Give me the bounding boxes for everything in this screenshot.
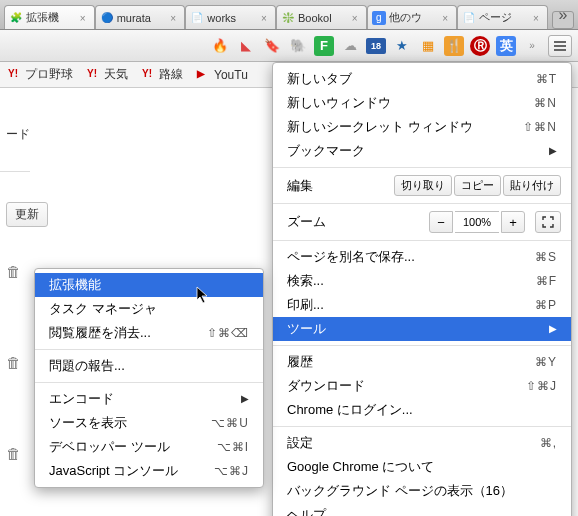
menu-button[interactable] <box>548 35 572 57</box>
menu-label: Chrome にログイン... <box>287 401 413 419</box>
zoom-in-button[interactable]: + <box>501 211 525 233</box>
menu-new-tab[interactable]: 新しいタブ⌘T <box>273 67 571 91</box>
menu-label: Google Chrome について <box>287 458 434 476</box>
submenu-js-console[interactable]: JavaScript コンソール⌥⌘J <box>35 459 263 483</box>
menu-save-as[interactable]: ページを別名で保存...⌘S <box>273 245 571 269</box>
bookmark-icon[interactable]: 🔖 <box>262 36 282 56</box>
zoom-out-button[interactable]: − <box>429 211 453 233</box>
separator <box>273 426 571 427</box>
bookmark-baseball[interactable]: Y!プロ野球 <box>8 66 73 83</box>
shortcut: ⌥⌘U <box>211 414 249 432</box>
evernote-icon[interactable]: 🐘 <box>288 36 308 56</box>
separator <box>273 240 571 241</box>
close-icon[interactable]: × <box>170 13 180 23</box>
shortcut: ⇧⌘⌫ <box>207 324 249 342</box>
menu-bookmarks[interactable]: ブックマーク▶ <box>273 139 571 163</box>
submenu-dev-tools[interactable]: デベロッパー ツール⌥⌘I <box>35 435 263 459</box>
copy-button[interactable]: コピー <box>454 175 501 196</box>
tab-works[interactable]: 📄 works × <box>185 5 276 29</box>
menu-label: ヘルプ <box>287 506 326 516</box>
shortcut: ⌥⌘J <box>214 462 249 480</box>
menu-label: ツール <box>287 320 326 338</box>
submenu-clear-browsing[interactable]: 閲覧履歴を消去...⇧⌘⌫ <box>35 321 263 345</box>
menu-print[interactable]: 印刷...⌘P <box>273 293 571 317</box>
menu-settings[interactable]: 設定⌘, <box>273 431 571 455</box>
menu-label: 拡張機能 <box>49 276 101 294</box>
calendar-icon[interactable]: 18 <box>366 38 386 54</box>
feedly-icon[interactable]: F <box>314 36 334 56</box>
bookmark-youtube[interactable]: ▶YouTu <box>197 68 248 82</box>
tab-page[interactable]: 📄 ページ × <box>457 5 548 29</box>
separator <box>273 167 571 168</box>
menu-label: 編集 <box>287 177 313 195</box>
menu-new-window[interactable]: 新しいウィンドウ⌘N <box>273 91 571 115</box>
bookmark-label: プロ野球 <box>25 66 73 83</box>
menu-label: バックグラウンド ページの表示（16） <box>287 482 513 500</box>
menu-label: ブックマーク <box>287 142 365 160</box>
trash-icon[interactable]: 🗑 <box>6 263 21 280</box>
cursor-icon <box>196 286 210 307</box>
close-icon[interactable]: × <box>442 13 452 23</box>
bookmark-label: 路線 <box>159 66 183 83</box>
cut-button[interactable]: 切り取り <box>394 175 452 196</box>
tools-submenu: 拡張機能 タスク マネージャ 閲覧履歴を消去...⇧⌘⌫ 問題の報告... エン… <box>34 268 264 488</box>
rakuten-icon[interactable]: Ⓡ <box>470 36 490 56</box>
menu-bg-pages[interactable]: バックグラウンド ページの表示（16） <box>273 479 571 503</box>
close-icon[interactable]: × <box>80 13 90 23</box>
tab-title: 他のウ <box>389 10 441 25</box>
submenu-task-manager[interactable]: タスク マネージャ <box>35 297 263 321</box>
menu-tools[interactable]: ツール▶ <box>273 317 571 341</box>
bookmark-transit[interactable]: Y!路線 <box>142 66 183 83</box>
menu-find[interactable]: 検索...⌘F <box>273 269 571 293</box>
close-icon[interactable]: × <box>533 13 543 23</box>
tab-murata[interactable]: 🔵 murata × <box>95 5 186 29</box>
submenu-encoding[interactable]: エンコード▶ <box>35 387 263 411</box>
flame-icon[interactable]: 🔥 <box>210 36 230 56</box>
trash-icon[interactable]: 🗑 <box>6 354 21 371</box>
menu-history[interactable]: 履歴⌘Y <box>273 350 571 374</box>
orange-icon[interactable]: ▦ <box>418 36 438 56</box>
close-icon[interactable]: × <box>261 13 271 23</box>
fullscreen-button[interactable] <box>535 211 561 233</box>
puzzle-icon: 🧩 <box>9 11 23 25</box>
menu-help[interactable]: ヘルプ <box>273 503 571 516</box>
tab-title: 拡張機 <box>26 10 78 25</box>
chevron-right-icon[interactable]: » <box>522 36 542 56</box>
youtube-icon: ▶ <box>197 68 211 82</box>
update-button[interactable]: 更新 <box>6 202 48 227</box>
menu-label: 履歴 <box>287 353 313 371</box>
trash-icon[interactable]: 🗑 <box>6 445 21 462</box>
tab-google[interactable]: g 他のウ × <box>367 5 458 29</box>
menu-label: ページを別名で保存... <box>287 248 415 266</box>
yahoo-icon: Y! <box>87 68 101 82</box>
menu-about[interactable]: Google Chrome について <box>273 455 571 479</box>
shortcut: ⌘, <box>540 434 557 452</box>
paste-button[interactable]: 貼り付け <box>503 175 561 196</box>
page-icon: 📄 <box>462 11 476 25</box>
pocket-icon[interactable]: ◣ <box>236 36 256 56</box>
submenu-view-source[interactable]: ソースを表示⌥⌘U <box>35 411 263 435</box>
tabelog-icon[interactable]: 🍴 <box>444 36 464 56</box>
window-overflow-icon[interactable]: » <box>554 6 572 24</box>
yahoo-icon: Y! <box>142 68 156 82</box>
shortcut: ⌘Y <box>535 353 557 371</box>
close-icon[interactable]: × <box>352 13 362 23</box>
extension-toolbar: 🔥 ◣ 🔖 🐘 F ☁ 18 ★ ▦ 🍴 Ⓡ 英 » <box>0 30 578 62</box>
tab-extensions[interactable]: 🧩 拡張機 × <box>4 5 95 29</box>
menu-new-incognito[interactable]: 新しいシークレット ウィンドウ⇧⌘N <box>273 115 571 139</box>
cloud-icon[interactable]: ☁ <box>340 36 360 56</box>
tab-bookol[interactable]: ❇️ Bookol × <box>276 5 367 29</box>
submenu-report[interactable]: 問題の報告... <box>35 354 263 378</box>
bookmark2-icon[interactable]: ★ <box>392 36 412 56</box>
shortcut: ⇧⌘N <box>523 118 557 136</box>
bookmark-weather[interactable]: Y!天気 <box>87 66 128 83</box>
separator <box>273 203 571 204</box>
menu-label: ソースを表示 <box>49 414 127 432</box>
tab-title: murata <box>117 12 169 24</box>
submenu-extensions[interactable]: 拡張機能 <box>35 273 263 297</box>
menu-label: 閲覧履歴を消去... <box>49 324 151 342</box>
menu-signin[interactable]: Chrome にログイン... <box>273 398 571 422</box>
translate-icon[interactable]: 英 <box>496 36 516 56</box>
shortcut: ⇧⌘J <box>526 377 557 395</box>
menu-downloads[interactable]: ダウンロード⇧⌘J <box>273 374 571 398</box>
